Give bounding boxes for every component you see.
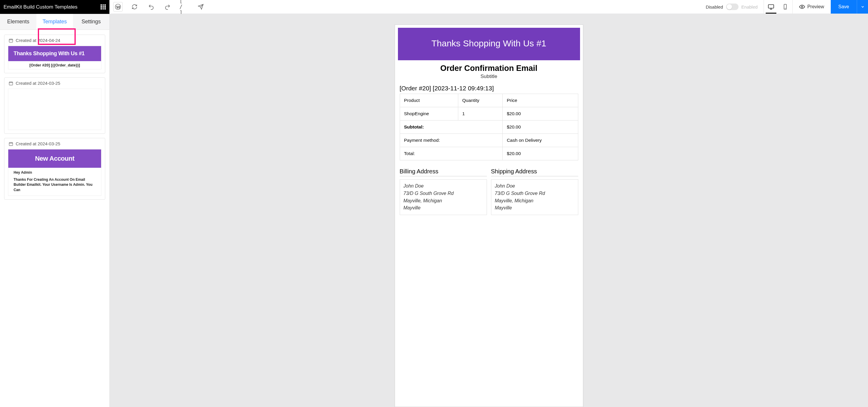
template-hero: Thanks Shopping With Us #1 (8, 46, 101, 61)
svg-rect-1 (9, 82, 13, 85)
save-dropdown[interactable] (857, 0, 868, 13)
tab-elements[interactable]: Elements (0, 14, 36, 30)
svg-point-7 (801, 6, 803, 8)
svg-rect-2 (9, 142, 13, 146)
app-title: EmailKit Build Custom Templates (4, 4, 78, 10)
calendar-icon (8, 81, 13, 86)
billing-address: John Doe 73/D G South Grove Rd Mayville,… (400, 179, 487, 215)
tab-templates[interactable]: Templates (36, 14, 73, 30)
toggle-switch[interactable] (726, 4, 739, 10)
order-header: [Order #20] [2023-11-12 09:49:13] (400, 85, 578, 92)
template-sub: [Order #20] [{{Order_date}}] (8, 61, 101, 69)
save-button[interactable]: Save (831, 0, 857, 13)
email-hero: Thanks Shopping With Us #1 (404, 38, 574, 48)
sidebar-header: EmailKit Build Custom Templates (0, 0, 110, 14)
grid-icon[interactable] (100, 4, 106, 10)
tab-settings[interactable]: Settings (73, 14, 110, 30)
order-table: Product Quantity Price ShopEngine 1 $20.… (400, 94, 578, 160)
templates-list[interactable]: Created at 2024-04-24 Thanks Shopping Wi… (0, 30, 110, 407)
template-body: Hey Admin Thanks For Creating An Account… (8, 168, 101, 196)
email-subtitle: Subtitle (395, 73, 583, 79)
svg-rect-4 (768, 5, 773, 8)
template-hero: New Account (8, 149, 101, 168)
template-card[interactable]: Created at 2024-03-25 New Account Hey Ad… (4, 138, 105, 200)
shipping-address: John Doe 73/D G South Grove Rd Mayville,… (491, 179, 578, 215)
calendar-icon (8, 141, 13, 146)
undo-icon[interactable] (146, 2, 156, 11)
shipping-heading: Shipping Address (491, 168, 578, 176)
email-preview: Thanks Shopping With Us #1 Order Confirm… (395, 25, 583, 407)
redo-icon[interactable] (163, 2, 173, 11)
template-card[interactable]: Created at 2024-04-24 Thanks Shopping Wi… (4, 35, 105, 73)
send-icon[interactable] (196, 2, 206, 11)
shortcode-button[interactable]: [ / ] (180, 2, 189, 11)
preview-button[interactable]: Preview (792, 0, 831, 13)
canvas[interactable]: Thanks Shopping With Us #1 Order Confirm… (110, 14, 868, 407)
created-label: Created at 2024-03-25 (16, 81, 60, 86)
mobile-view-button[interactable] (778, 0, 792, 13)
chevron-down-icon (861, 5, 865, 9)
created-label: Created at 2024-04-24 (16, 38, 60, 43)
template-card[interactable]: Created at 2024-03-25 (4, 77, 105, 134)
email-title: Order Confirmation Email (395, 64, 583, 73)
disabled-label: Disabled (706, 4, 723, 9)
enabled-toggle[interactable]: Disabled Enabled (706, 4, 763, 10)
topbar: [ / ] Disabled Enabled Preview (110, 0, 868, 14)
calendar-icon (8, 38, 13, 43)
billing-heading: Billing Address (400, 168, 487, 176)
created-label: Created at 2024-03-25 (16, 141, 60, 146)
svg-rect-0 (9, 39, 13, 42)
refresh-icon[interactable] (130, 2, 139, 11)
wordpress-icon[interactable] (113, 2, 123, 11)
desktop-view-button[interactable] (764, 0, 778, 13)
eye-icon (799, 4, 805, 10)
enabled-label: Enabled (741, 4, 758, 9)
sidebar-tabs: Elements Templates Settings (0, 14, 110, 30)
